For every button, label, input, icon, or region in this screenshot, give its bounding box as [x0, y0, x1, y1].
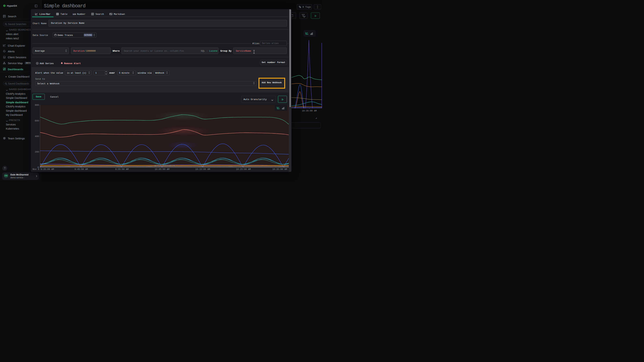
svg-text:10:35:00 AM: 10:35:00 AM	[272, 168, 287, 171]
svg-text:10:05:00 AM: 10:05:00 AM	[155, 168, 170, 171]
svg-text:Nov 6 9:35:00 AM: Nov 6 9:35:00 AM	[32, 168, 54, 171]
svg-text:10:25:00 AM: 10:25:00 AM	[236, 168, 251, 171]
svg-text:800: 800	[35, 104, 39, 107]
svg-text:10:15:00 AM: 10:15:00 AM	[195, 168, 210, 171]
svg-text:200: 200	[35, 151, 39, 153]
svg-text:400: 400	[35, 135, 39, 138]
svg-text:10:35:00 AM: 10:35:00 AM	[302, 110, 317, 112]
svg-text:Alert Threshold: Alert Threshold	[154, 165, 175, 167]
svg-text:9:55:00 AM: 9:55:00 AM	[115, 168, 128, 171]
svg-text:9:45:00 AM: 9:45:00 AM	[74, 168, 88, 171]
svg-text:600: 600	[35, 120, 39, 122]
